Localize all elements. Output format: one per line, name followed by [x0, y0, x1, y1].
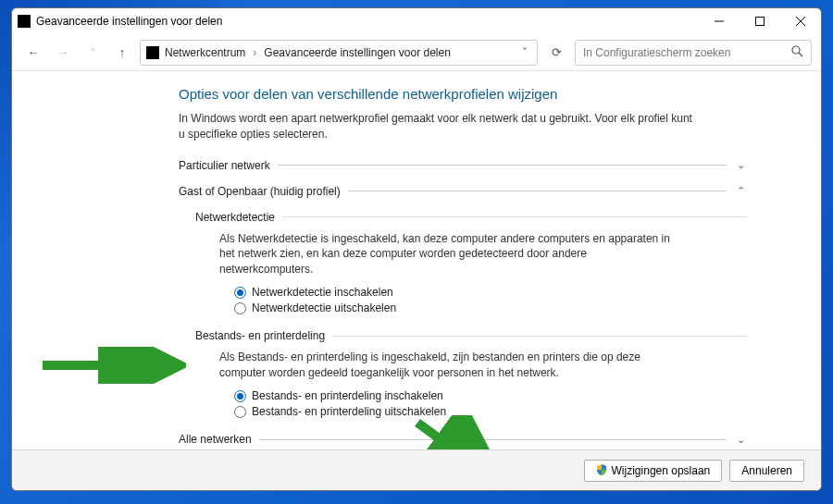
- recent-button[interactable]: ˅: [81, 41, 105, 65]
- navbar: ← → ˅ ↑ Netwerkcentrum › Geavanceerde in…: [12, 34, 821, 71]
- chevron-down-icon: ⌄: [734, 159, 747, 171]
- annotation-arrow-icon: [38, 347, 186, 384]
- cancel-button[interactable]: Annuleren: [729, 460, 804, 482]
- minimize-button[interactable]: [699, 8, 740, 34]
- svg-line-5: [799, 53, 802, 56]
- address-dropdown-icon[interactable]: ˅: [518, 46, 531, 59]
- radio-icon: [234, 302, 246, 314]
- radio-icon: [234, 390, 246, 402]
- radio-fp-on[interactable]: Bestands- en printerdeling inschakelen: [234, 389, 747, 402]
- search-placeholder: In Configuratiescherm zoeken: [583, 46, 730, 59]
- file-printer-desc: Als Bestands- en printerdeling is ingesc…: [219, 350, 682, 380]
- profile-guest-label: Gast of Openbaar (huidig profiel): [179, 185, 341, 198]
- svg-point-4: [792, 46, 800, 54]
- breadcrumb-sep-icon: ›: [251, 46, 258, 59]
- divider: [259, 439, 727, 440]
- save-button[interactable]: Wijzigingen opslaan: [584, 460, 723, 482]
- refresh-button[interactable]: ⟳: [543, 41, 569, 65]
- breadcrumb-part[interactable]: Geavanceerde instellingen voor delen: [264, 46, 450, 59]
- breadcrumb-part[interactable]: Netwerkcentrum: [165, 46, 245, 59]
- profile-all-label: Alle netwerken: [179, 433, 252, 446]
- save-button-label: Wijzigingen opslaan: [612, 464, 711, 477]
- up-button[interactable]: ↑: [110, 41, 134, 65]
- radio-nd-off[interactable]: Netwerkdetectie uitschakelen: [234, 301, 747, 314]
- titlebar: Geavanceerde instellingen voor delen: [12, 8, 821, 34]
- radio-fp-on-label: Bestands- en printerdeling inschakelen: [252, 389, 443, 402]
- window-title: Geavanceerde instellingen voor delen: [36, 15, 699, 28]
- search-icon: [791, 45, 803, 60]
- maximize-button[interactable]: [740, 8, 780, 34]
- radio-fp-off[interactable]: Bestands- en printerdeling uitschakelen: [234, 405, 747, 418]
- back-button[interactable]: ←: [21, 41, 45, 65]
- search-box[interactable]: In Configuratiescherm zoeken: [575, 40, 812, 66]
- radio-icon: [234, 406, 246, 418]
- network-discovery-label: Netwerkdetectie: [195, 211, 275, 224]
- divider: [278, 165, 727, 166]
- radio-icon: [234, 287, 246, 299]
- cancel-button-label: Annuleren: [741, 464, 792, 477]
- network-discovery-desc: Als Netwerkdetectie is ingeschakeld, kan…: [219, 231, 682, 277]
- footer: Wijzigingen opslaan Annuleren: [12, 449, 821, 490]
- shield-icon: [596, 464, 607, 477]
- profile-private-label: Particulier netwerk: [179, 159, 270, 172]
- forward-button[interactable]: →: [51, 41, 75, 65]
- page-intro: In Windows wordt een apart netwerkprofie…: [179, 111, 697, 142]
- divider: [348, 191, 727, 191]
- radio-nd-on-label: Netwerkdetectie inschakelen: [252, 286, 393, 299]
- location-icon: [146, 46, 159, 59]
- chevron-down-icon: ⌄: [734, 434, 747, 446]
- content-area: Opties voor delen van verschillende netw…: [12, 71, 821, 449]
- svg-rect-1: [756, 18, 765, 26]
- close-button[interactable]: [780, 8, 821, 34]
- network-discovery-radios: Netwerkdetectie inschakelen Netwerkdetec…: [234, 286, 747, 314]
- radio-fp-off-label: Bestands- en printerdeling uitschakelen: [252, 405, 446, 418]
- profile-all-header[interactable]: Alle netwerken ⌄: [179, 433, 747, 446]
- file-printer-subhead: Bestands- en printerdeling: [195, 329, 747, 342]
- profile-guest-header[interactable]: Gast of Openbaar (huidig profiel) ⌃: [179, 185, 747, 198]
- profile-private-header[interactable]: Particulier netwerk ⌄: [179, 159, 747, 172]
- chevron-up-icon: ⌃: [734, 185, 747, 197]
- file-printer-label: Bestands- en printerdeling: [195, 329, 325, 342]
- divider: [332, 336, 747, 337]
- network-discovery-subhead: Netwerkdetectie: [195, 211, 747, 224]
- app-icon: [18, 15, 31, 28]
- divider: [282, 216, 747, 217]
- address-bar[interactable]: Netwerkcentrum › Geavanceerde instelling…: [140, 40, 538, 66]
- radio-nd-off-label: Netwerkdetectie uitschakelen: [252, 301, 396, 314]
- page-heading: Opties voor delen van verschillende netw…: [179, 86, 747, 102]
- file-printer-radios: Bestands- en printerdeling inschakelen B…: [234, 389, 747, 418]
- window: Geavanceerde instellingen voor delen ← →…: [11, 7, 822, 491]
- radio-nd-on[interactable]: Netwerkdetectie inschakelen: [234, 286, 747, 299]
